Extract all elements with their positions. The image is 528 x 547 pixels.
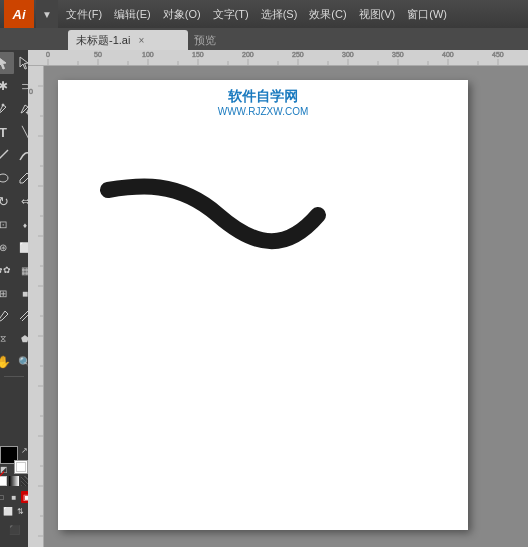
svg-text:300: 300 [342, 51, 354, 58]
blend-tool[interactable]: ⧖ [0, 328, 14, 350]
menu-effect[interactable]: 效果(C) [303, 0, 352, 28]
canvas-document: 软件自学网 WWW.RJZXW.COM [48, 70, 528, 547]
app-expand-icon[interactable]: ▼ [36, 0, 58, 28]
svg-text:100: 100 [142, 51, 154, 58]
svg-text:150: 150 [192, 51, 204, 58]
watermark-title: 软件自学网 [218, 88, 309, 106]
mesh-tool[interactable]: ⊞ [0, 282, 14, 304]
vertical-ruler: 0 [28, 66, 44, 547]
svg-marker-0 [0, 57, 6, 69]
rotate-tool[interactable]: ↻ [0, 190, 14, 212]
svg-text:200: 200 [242, 51, 254, 58]
horizontal-ruler: 0 50 100 150 200 250 300 350 400 [28, 50, 528, 66]
watermark: 软件自学网 WWW.RJZXW.COM [218, 88, 309, 117]
symbol-sprayer-tool[interactable]: ✿✿ [0, 259, 14, 281]
menu-select[interactable]: 选择(S) [255, 0, 304, 28]
toolbar-separator-1 [4, 376, 24, 377]
tab-bar: 未标题-1.ai × 预览 [0, 28, 528, 50]
svg-text:0: 0 [29, 88, 33, 95]
eyedropper-tool[interactable] [0, 305, 14, 327]
color-section: ↗ ◩ [0, 446, 31, 490]
svg-rect-36 [28, 66, 44, 547]
toolbar: ✱ ⊃ + T ╲ [0, 50, 28, 547]
normal-screen-btn[interactable]: □ [0, 491, 7, 503]
stroke-color-box[interactable] [14, 460, 28, 474]
title-bar: Ai ▼ 文件(F) 编辑(E) 对象(O) 文字(T) 选择(S) 效果(C)… [0, 0, 528, 28]
svg-text:350: 350 [392, 51, 404, 58]
menu-text[interactable]: 文字(T) [207, 0, 255, 28]
hand-tool[interactable]: ✋ [0, 351, 14, 373]
color-mode-row [0, 476, 31, 486]
canvas-area: 0 50 100 150 200 250 300 350 400 [28, 50, 528, 547]
svg-marker-1 [20, 57, 28, 69]
line-segment-tool[interactable] [0, 144, 14, 166]
swap-colors-icon[interactable]: ↗ [21, 446, 28, 455]
white-canvas[interactable]: 软件自学网 WWW.RJZXW.COM [58, 80, 468, 530]
tab-label: 未标题-1.ai [76, 33, 130, 48]
selection-tool[interactable] [0, 52, 14, 74]
menu-file[interactable]: 文件(F) [60, 0, 108, 28]
warp-tool[interactable]: ⊛ [0, 236, 14, 258]
color-boxes: ↗ ◩ [0, 446, 28, 474]
document-tab[interactable]: 未标题-1.ai × [68, 30, 188, 50]
svg-line-4 [0, 150, 8, 160]
menu-bar: 文件(F) 编辑(E) 对象(O) 文字(T) 选择(S) 效果(C) 视图(V… [60, 0, 524, 28]
none-color-btn[interactable] [0, 476, 7, 486]
dock-section: ⬛ [3, 519, 25, 541]
svg-text:50: 50 [94, 51, 102, 58]
ellipse-tool[interactable] [0, 167, 14, 189]
scale-tool[interactable]: ⊡ [0, 213, 14, 235]
view-mode-btns: ⬜ ⇅ [2, 505, 27, 517]
watermark-url: WWW.RJZXW.COM [218, 106, 309, 117]
menu-view[interactable]: 视图(V) [353, 0, 402, 28]
svg-text:450: 450 [492, 51, 504, 58]
app-logo: Ai [4, 0, 34, 28]
menu-edit[interactable]: 编辑(E) [108, 0, 157, 28]
drawn-stroke [98, 160, 328, 280]
svg-text:400: 400 [442, 51, 454, 58]
menu-object[interactable]: 对象(O) [157, 0, 207, 28]
pen-tool[interactable] [0, 98, 14, 120]
dock-btn[interactable]: ⬛ [3, 519, 25, 541]
tab-close-button[interactable]: × [138, 35, 144, 46]
svg-text:250: 250 [292, 51, 304, 58]
preview-label: 预览 [188, 30, 222, 50]
gradient-color-btn[interactable] [9, 476, 19, 486]
toggle-btn[interactable]: ⇅ [15, 505, 27, 517]
type-tool[interactable]: T [0, 121, 14, 143]
svg-text:0: 0 [46, 51, 50, 58]
menu-window[interactable]: 窗口(W) [401, 0, 453, 28]
full-screen-btn[interactable]: ■ [8, 491, 20, 503]
svg-point-2 [2, 104, 4, 106]
main-layout: ✱ ⊃ + T ╲ [0, 50, 528, 547]
svg-point-5 [0, 174, 8, 182]
magic-wand-tool[interactable]: ✱ [0, 75, 14, 97]
artboard-btn[interactable]: ⬜ [2, 505, 14, 517]
stroke-color-inner [16, 462, 26, 472]
